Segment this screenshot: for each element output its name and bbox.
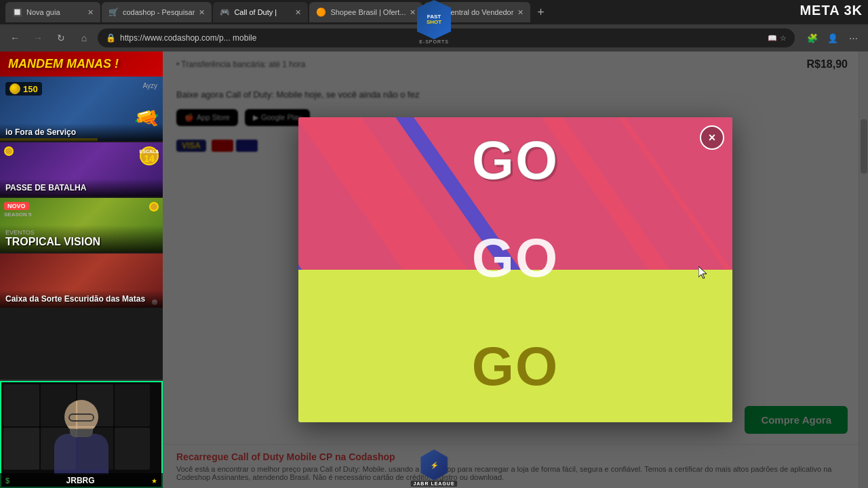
go-text-top: GO bbox=[472, 129, 559, 192]
tab-cod[interactable]: 🎮 Call of Duty | ✕ bbox=[213, 2, 308, 22]
meta3k-logo: META 3K bbox=[800, 3, 863, 18]
modal-close-button[interactable]: × bbox=[700, 125, 724, 150]
stream-sidebar: MANDEM MANAS ! 🔫 150 io Fora de Serviço … bbox=[0, 52, 163, 488]
tab-bar: 🔲 Nova guia ✕ 🛒 codashop - Pesquisar ✕ 🎮… bbox=[0, 0, 868, 24]
extensions-button[interactable]: 🧩 bbox=[803, 28, 822, 47]
web-content: • Transferência bancária: até 1 hora Bai… bbox=[163, 52, 868, 488]
tab-label: Call of Duty | bbox=[234, 8, 277, 16]
reader-icon[interactable]: 📖 bbox=[768, 34, 777, 43]
streamer-stars: ★ bbox=[151, 477, 157, 485]
settings-button[interactable]: ⋯ bbox=[844, 28, 863, 47]
streamer-dollar: $ bbox=[5, 476, 9, 485]
tab-favicon: 🟠 bbox=[316, 7, 326, 17]
tab-label: Central do Vendedor bbox=[445, 8, 513, 16]
tab-central[interactable]: 🔴 Central do Vendedor ✕ bbox=[424, 2, 530, 22]
jabr-logo: ⚡ JABR LEAGUE bbox=[410, 449, 457, 488]
go-text-bottom: GO bbox=[472, 336, 559, 398]
stream-title: MANDEM MANAS ! bbox=[8, 57, 119, 71]
tab-label: Nova guia bbox=[26, 8, 60, 16]
card-title-1: io Fora de Serviço bbox=[5, 127, 157, 137]
forward-button[interactable]: → bbox=[28, 28, 47, 47]
points-coin bbox=[9, 83, 20, 94]
url-text: https://www.codashop.com/p... mobile bbox=[120, 33, 256, 43]
stream-card-2[interactable]: ESCALA 14 PASSE DE BATALHA bbox=[0, 142, 163, 197]
new-tab-button[interactable]: + bbox=[532, 3, 549, 21]
lock-icon: 🔒 bbox=[106, 33, 116, 43]
tab-favicon: 🎮 bbox=[220, 7, 230, 17]
stream-header: MANDEM MANAS ! bbox=[0, 52, 163, 77]
star-icon[interactable]: ☆ bbox=[780, 34, 787, 43]
modal-container: × bbox=[298, 117, 732, 422]
tab-close-icon[interactable]: ✕ bbox=[517, 8, 524, 17]
browser-window: 🔲 Nova guia ✕ 🛒 codashop - Pesquisar ✕ 🎮… bbox=[0, 0, 868, 52]
tab-codashop[interactable]: 🛒 codashop - Pesquisar ✕ bbox=[102, 2, 212, 22]
refresh-button[interactable]: ↻ bbox=[52, 28, 71, 47]
stream-card-1[interactable]: 🔫 150 io Fora de Serviço Ayzy bbox=[0, 77, 163, 141]
card-title-4: Caixa da Sorte Escuridão das Matas bbox=[5, 294, 157, 304]
tab-shopee[interactable]: 🟠 Shopee Brasil | Ofert... ✕ bbox=[309, 2, 422, 22]
profile-button[interactable]: 👤 bbox=[823, 28, 842, 47]
home-button[interactable]: ⌂ bbox=[75, 28, 94, 47]
stream-card-3[interactable]: NOVO SEASON 5 EVENTOS TROPICAL VISION bbox=[0, 198, 163, 252]
back-button[interactable]: ← bbox=[5, 28, 24, 47]
gogo-graphic: GO GO GO bbox=[298, 117, 732, 422]
go-text-middle: GO bbox=[472, 227, 559, 289]
tab-favicon: 🔴 bbox=[431, 7, 441, 17]
points-value: 150 bbox=[23, 84, 38, 94]
badge-level: ESCALA 14 bbox=[140, 146, 159, 165]
tab-close-icon[interactable]: ✕ bbox=[295, 8, 301, 17]
tab-close-icon[interactable]: ✕ bbox=[199, 8, 205, 17]
tab-favicon: 🛒 bbox=[108, 7, 119, 17]
tab-label: codashop - Pesquisar bbox=[123, 8, 195, 16]
modal-overlay: × bbox=[163, 52, 868, 488]
url-input[interactable]: 🔒 https://www.codashop.com/p... mobile 📖… bbox=[98, 28, 795, 47]
tab-close-icon[interactable]: ✕ bbox=[87, 8, 94, 17]
tab-close-icon[interactable]: ✕ bbox=[410, 8, 416, 17]
tab-favicon: 🔲 bbox=[12, 7, 22, 17]
novo-badge: NOVO bbox=[4, 202, 29, 210]
card-title-3: TROPICAL VISION bbox=[5, 236, 157, 248]
tab-nova-guia[interactable]: 🔲 Nova guia ✕ bbox=[5, 2, 100, 22]
address-bar: ← → ↻ ⌂ 🔒 https://www.codashop.com/p... … bbox=[0, 24, 868, 52]
webcam-area: $ JRBRG ★ bbox=[0, 380, 163, 488]
tab-label: Shopee Brasil | Ofert... bbox=[330, 8, 406, 16]
streamer-name: JRBRG bbox=[66, 476, 95, 485]
card-title-2: PASSE DE BATALHA bbox=[5, 183, 157, 192]
stream-card-4[interactable]: Caixa da Sorte Escuridão das Matas bbox=[0, 253, 163, 308]
